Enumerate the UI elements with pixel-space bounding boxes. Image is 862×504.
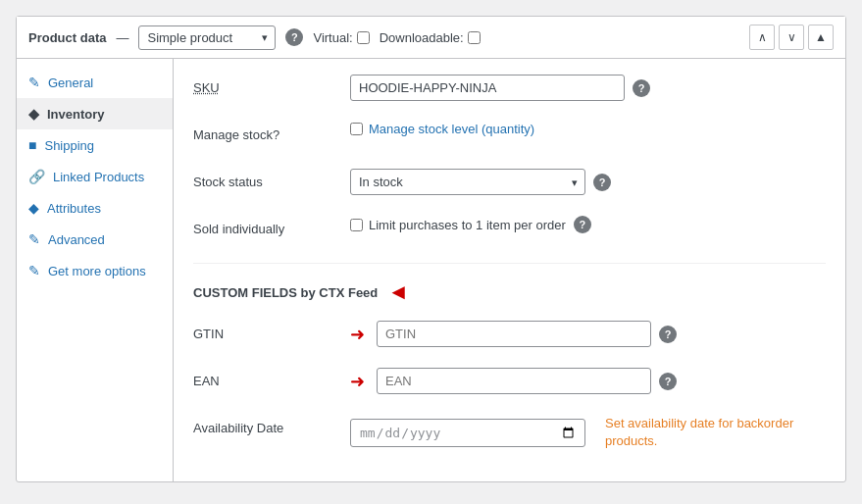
sidebar-item-inventory[interactable]: ◆ Inventory <box>17 98 173 129</box>
panel-title: Product data <box>28 30 106 45</box>
custom-fields-title: CUSTOM FIELDS by CTX Feed ◄ <box>193 279 826 305</box>
manage-stock-checkbox[interactable] <box>350 123 363 135</box>
gtin-arrow-icon: ➜ <box>350 324 365 345</box>
stock-status-row: Stock status In stock Out of stock On ba… <box>193 169 826 200</box>
stock-status-help-icon[interactable]: ? <box>593 174 611 191</box>
gtin-controls: ➜ ? <box>350 321 826 347</box>
general-icon: ✎ <box>28 75 40 90</box>
sold-individually-checkbox[interactable] <box>350 219 363 231</box>
sidebar-item-get-more-label: Get more options <box>48 264 146 278</box>
manage-stock-check-text: Manage stock level (quantity) <box>369 122 534 136</box>
get-more-icon: ✎ <box>28 263 40 278</box>
manage-stock-checkbox-label[interactable]: Manage stock level (quantity) <box>350 122 534 136</box>
ean-label: EAN <box>193 368 350 388</box>
product-type-wrapper[interactable]: Simple product <box>138 25 276 50</box>
sidebar-item-advanced[interactable]: ✎ Advanced <box>17 224 173 255</box>
ean-arrow-icon: ➜ <box>350 371 365 392</box>
availability-date-row: Availability Date Set availability date … <box>193 415 826 450</box>
scroll-up-button[interactable]: ∧ <box>749 25 775 50</box>
panel-body: ✎ General ◆ Inventory ■ Shipping 🔗 Linke… <box>17 59 845 481</box>
sidebar-item-advanced-label: Advanced <box>48 232 105 247</box>
sidebar-item-general-label: General <box>48 76 93 90</box>
arrow-red-title: ◄ <box>387 279 409 305</box>
sold-individually-help-icon[interactable]: ? <box>574 216 591 233</box>
availability-date-label: Availability Date <box>193 415 350 435</box>
sku-row: SKU ? <box>193 75 826 106</box>
sidebar: ✎ General ◆ Inventory ■ Shipping 🔗 Linke… <box>17 59 174 481</box>
sidebar-item-shipping[interactable]: ■ Shipping <box>17 129 173 161</box>
ean-controls: ➜ ? <box>350 368 826 394</box>
sold-individually-row: Sold individually Limit purchases to 1 i… <box>193 216 826 247</box>
header-controls: ∧ ∨ ▲ <box>749 25 834 50</box>
sku-controls: ? <box>350 75 826 101</box>
sidebar-item-attributes-label: Attributes <box>47 201 101 216</box>
manage-stock-label: Manage stock? <box>193 122 350 142</box>
inventory-content: SKU ? Manage stock? Manage stock level (… <box>174 59 845 481</box>
virtual-label: Virtual: <box>313 30 352 45</box>
sidebar-item-shipping-label: Shipping <box>44 138 94 153</box>
panel-header: Product data — Simple product ? Virtual:… <box>17 17 845 59</box>
sold-individually-check-text: Limit purchases to 1 item per order <box>369 218 566 232</box>
virtual-checkbox-label[interactable]: Virtual: <box>313 30 369 45</box>
sku-help-icon[interactable]: ? <box>633 79 650 97</box>
gtin-help-icon[interactable]: ? <box>659 326 677 343</box>
inventory-icon: ◆ <box>28 106 39 122</box>
sidebar-item-inventory-label: Inventory <box>47 107 105 122</box>
product-type-select[interactable]: Simple product <box>138 25 276 50</box>
sidebar-item-attributes[interactable]: ◆ Attributes <box>17 192 173 224</box>
sidebar-item-linked-products[interactable]: 🔗 Linked Products <box>17 161 173 192</box>
availability-date-controls: Set availability date for backorder prod… <box>350 415 826 450</box>
advanced-icon: ✎ <box>28 231 40 247</box>
sold-individually-controls: Limit purchases to 1 item per order ? <box>350 216 826 233</box>
downloadable-checkbox[interactable] <box>468 31 481 44</box>
sku-label: SKU <box>193 75 350 95</box>
sku-input[interactable] <box>350 75 625 101</box>
sold-individually-checkbox-label[interactable]: Limit purchases to 1 item per order <box>350 218 566 232</box>
availability-date-description: Set availability date for backorder prod… <box>605 415 801 450</box>
product-type-help-icon[interactable]: ? <box>285 28 303 46</box>
sold-individually-label: Sold individually <box>193 216 350 236</box>
sidebar-item-linked-products-label: Linked Products <box>53 170 144 184</box>
sidebar-item-get-more-options[interactable]: ✎ Get more options <box>17 255 173 286</box>
manage-stock-controls: Manage stock level (quantity) <box>350 122 826 136</box>
scroll-down-button[interactable]: ∨ <box>779 25 804 50</box>
linked-products-icon: 🔗 <box>28 169 45 184</box>
attributes-icon: ◆ <box>28 200 39 216</box>
ean-input[interactable] <box>377 368 651 394</box>
custom-fields-title-text: CUSTOM FIELDS by CTX Feed <box>193 285 378 300</box>
stock-status-controls: In stock Out of stock On backorder ? <box>350 169 826 195</box>
gtin-label: GTIN <box>193 321 350 341</box>
downloadable-label: Downloadable: <box>380 30 464 45</box>
stock-status-label: Stock status <box>193 169 350 189</box>
virtual-checkbox[interactable] <box>357 31 370 44</box>
ean-help-icon[interactable]: ? <box>659 373 677 390</box>
gtin-row: GTIN ➜ ? <box>193 321 826 352</box>
ean-row: EAN ➜ ? <box>193 368 826 399</box>
manage-stock-row: Manage stock? Manage stock level (quanti… <box>193 122 826 153</box>
gtin-input[interactable] <box>377 321 651 347</box>
availability-date-input[interactable] <box>350 419 585 447</box>
downloadable-checkbox-label[interactable]: Downloadable: <box>380 30 481 45</box>
stock-status-select-wrapper[interactable]: In stock Out of stock On backorder <box>350 169 585 195</box>
stock-status-select[interactable]: In stock Out of stock On backorder <box>350 169 585 195</box>
divider <box>193 263 826 264</box>
sidebar-item-general[interactable]: ✎ General <box>17 67 173 98</box>
collapse-button[interactable]: ▲ <box>808 25 834 50</box>
shipping-icon: ■ <box>28 137 36 153</box>
